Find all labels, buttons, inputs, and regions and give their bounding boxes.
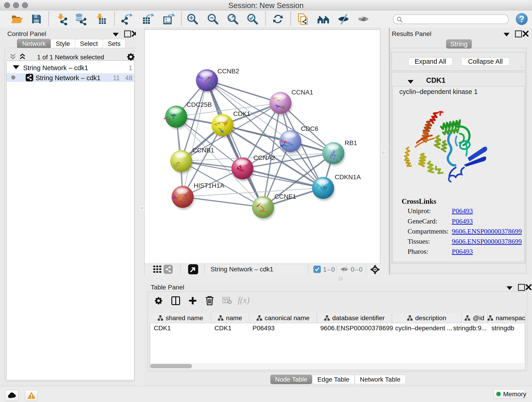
svg-text:CCNB1: CCNB1 bbox=[192, 147, 214, 154]
svg-text:RB1: RB1 bbox=[345, 139, 357, 147]
svg-text:CDK1: CDK1 bbox=[233, 110, 250, 117]
svg-text:CDC6: CDC6 bbox=[301, 125, 318, 132]
svg-text:CDC25B: CDC25B bbox=[186, 101, 212, 108]
svg-text:CCNA2: CCNA2 bbox=[253, 154, 275, 161]
svg-text:CCNE1: CCNE1 bbox=[274, 193, 296, 200]
svg-text:CCNA1: CCNA1 bbox=[291, 89, 313, 96]
svg-text:CCNB2: CCNB2 bbox=[217, 68, 239, 75]
svg-text:HIST1H1A: HIST1H1A bbox=[194, 182, 224, 189]
svg-text:CDKN1A: CDKN1A bbox=[335, 173, 361, 181]
